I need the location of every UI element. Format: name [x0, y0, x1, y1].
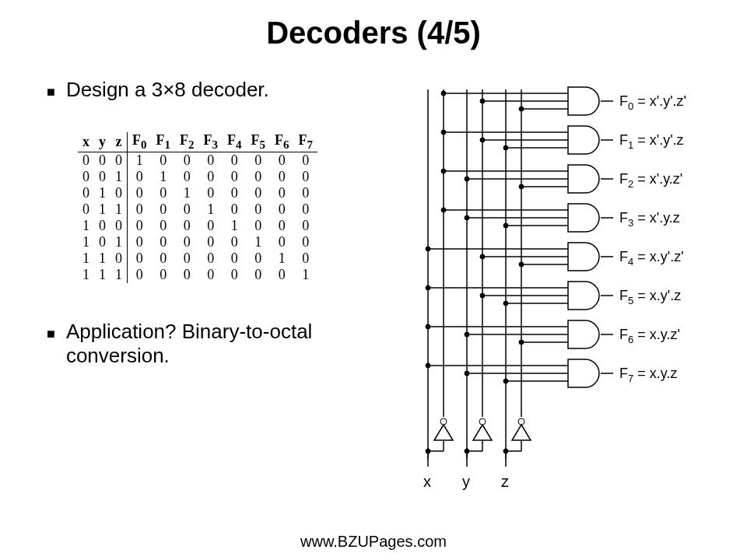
cell: 0 — [94, 234, 110, 250]
cell: 0 — [110, 250, 128, 267]
cell: 0 — [294, 234, 318, 250]
cell: 0 — [152, 185, 176, 201]
cell: 1 — [78, 250, 94, 267]
logic-diagram: F0 = x'.y'.z'F1 = x'.y'.zF2 = x'.y.z'F3 … — [412, 86, 739, 521]
cell: 0 — [128, 185, 152, 201]
svg-point-71 — [519, 340, 524, 345]
th-y: y — [94, 132, 110, 152]
cell: 1 — [294, 267, 318, 283]
cell: 0 — [110, 218, 128, 234]
svg-point-57 — [519, 262, 524, 267]
cell: 0 — [294, 201, 318, 218]
cell: 0 — [247, 250, 271, 267]
svg-point-29 — [519, 107, 524, 111]
cell: 0 — [110, 152, 128, 169]
square-bullet-icon: ■ — [47, 326, 55, 342]
square-bullet-icon: ■ — [47, 84, 55, 100]
cell: 0 — [152, 250, 176, 267]
cell: 0 — [223, 250, 247, 267]
cell: 0 — [175, 169, 199, 185]
svg-point-78 — [503, 379, 508, 383]
cell: 0 — [94, 169, 110, 185]
slide: Decoders (4/5) ■ Design a 3×8 decoder. ■… — [0, 0, 747, 560]
cell: 0 — [270, 234, 294, 250]
bullet-1: ■ Design a 3×8 decoder. — [47, 78, 374, 102]
bullet-2-text: Application? Binary-to-octal conversion. — [66, 320, 374, 368]
cell: 0 — [223, 201, 247, 218]
th-F3: F3 — [199, 132, 223, 152]
cell: 0 — [78, 201, 94, 218]
output-label-f4: F4 = x.y'.z' — [619, 249, 684, 268]
cell: 0 — [175, 201, 199, 218]
svg-point-64 — [503, 301, 508, 306]
cell: 0 — [247, 201, 271, 218]
svg-point-39 — [441, 169, 446, 173]
bullet-2: ■ Application? Binary-to-octal conversio… — [47, 320, 374, 368]
output-label-f1: F1 = x'.y'.z — [619, 132, 684, 151]
svg-point-50 — [503, 223, 508, 228]
cell: 0 — [247, 218, 271, 234]
cell: 0 — [78, 169, 94, 185]
svg-point-60 — [426, 285, 430, 290]
cell: 0 — [199, 169, 223, 185]
cell: 0 — [199, 250, 223, 267]
svg-point-76 — [465, 371, 469, 376]
cell: 1 — [78, 218, 94, 234]
cell: 1 — [94, 250, 110, 267]
svg-point-74 — [426, 363, 430, 368]
svg-point-62 — [480, 293, 485, 298]
cell: 0 — [128, 234, 152, 250]
output-label-f2: F2 = x'.y.z' — [619, 171, 682, 190]
cell: 0 — [152, 218, 176, 234]
cell: 0 — [270, 152, 294, 169]
th-F4: F4 — [223, 132, 247, 152]
th-x: x — [78, 132, 94, 152]
cell: 1 — [175, 185, 199, 201]
cell: 0 — [247, 169, 271, 185]
cell: 0 — [175, 234, 199, 250]
cell: 0 — [223, 169, 247, 185]
svg-point-36 — [503, 145, 508, 150]
cell: 1 — [94, 267, 110, 283]
cell: 0 — [78, 152, 94, 169]
cell: 0 — [270, 169, 294, 185]
svg-point-7 — [479, 418, 486, 425]
svg-point-6 — [440, 418, 447, 425]
output-label-f3: F3 = x'.y.z — [619, 210, 680, 229]
cell: 1 — [78, 267, 94, 283]
cell: 0 — [199, 185, 223, 201]
th-F5: F5 — [247, 132, 271, 152]
cell: 0 — [128, 218, 152, 234]
cell: 1 — [94, 201, 110, 218]
cell: 0 — [223, 185, 247, 201]
th-F2: F2 — [175, 132, 199, 152]
cell: 0 — [294, 218, 318, 234]
cell: 1 — [110, 169, 128, 185]
cell: 0 — [94, 218, 110, 234]
cell: 0 — [110, 185, 128, 201]
th-F7: F7 — [294, 132, 318, 152]
cell: 0 — [270, 218, 294, 234]
cell: 0 — [175, 250, 199, 267]
cell: 1 — [223, 218, 247, 234]
input-label-y: y — [462, 473, 470, 491]
cell: 1 — [78, 234, 94, 250]
cell: 0 — [247, 267, 271, 283]
cell: 0 — [223, 267, 247, 283]
cell: 0 — [223, 152, 247, 169]
svg-point-53 — [426, 247, 430, 251]
cell: 1 — [199, 201, 223, 218]
svg-point-25 — [441, 91, 446, 96]
cell: 0 — [128, 169, 152, 185]
cell: 0 — [247, 185, 271, 201]
cell: 1 — [94, 185, 110, 201]
page-title: Decoders (4/5) — [0, 16, 747, 51]
cell: 0 — [199, 218, 223, 234]
bullet-1-text: Design a 3×8 decoder. — [66, 78, 269, 102]
svg-point-8 — [518, 418, 524, 425]
th-F1: F1 — [152, 132, 176, 152]
cell: 0 — [294, 152, 318, 169]
svg-point-34 — [480, 138, 485, 142]
cell: 1 — [152, 169, 176, 185]
cell: 0 — [199, 234, 223, 250]
